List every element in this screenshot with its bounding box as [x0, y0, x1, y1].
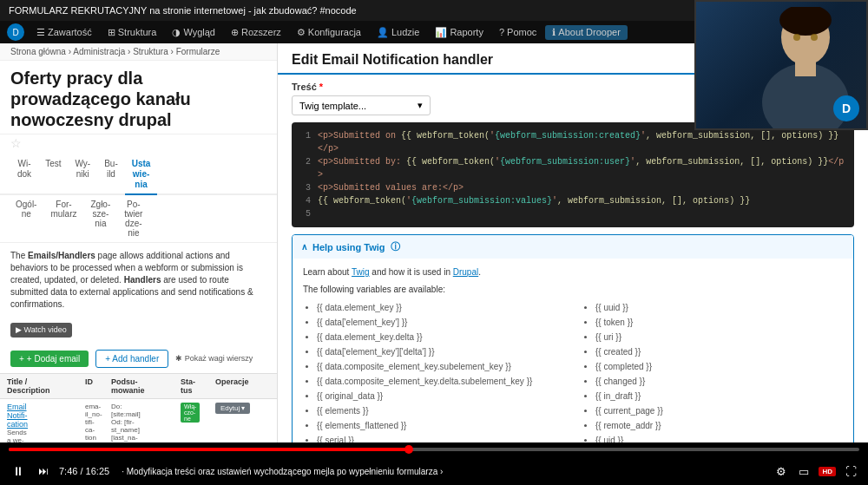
var-item: {{ data.composite_element_key.subelement…	[317, 360, 564, 374]
table-header: Title /Description ID Podsu-mowanie Sta-…	[0, 373, 277, 399]
code-line-2: 2 <p>Submitted by: {{ webform_token('{we…	[299, 155, 847, 181]
skip-forward-button[interactable]: ⏭	[35, 463, 52, 479]
action-buttons: + + Dodaj email + Add handler ✱ Pokaż wa…	[0, 344, 277, 373]
email-notification-link[interactable]: EmailNotifi-cation	[7, 403, 28, 429]
tab-widok[interactable]: Wi-dok	[10, 155, 38, 193]
col-id: ID	[85, 377, 111, 395]
subtab-formularz[interactable]: For-mularz	[45, 197, 82, 240]
add-email-button[interactable]: + + Dodaj email	[10, 351, 89, 367]
nav-item-konfiguracja[interactable]: ⚙ Konfiguracja	[290, 25, 368, 40]
progress-fill	[9, 448, 409, 451]
var-item: {{ data.element_key.delta }}	[317, 331, 564, 344]
chevron-down-icon: ▾	[418, 100, 423, 111]
nav-item-zawartość[interactable]: ☰ Zawartość	[30, 25, 99, 40]
theater-button[interactable]: ▭	[796, 463, 812, 480]
help-body: Learn about Twig and how it is used in D…	[293, 259, 853, 442]
help-circle-icon: ⓘ	[391, 240, 400, 253]
var-item: {{ changed }}	[595, 375, 843, 389]
tab-ustawienia[interactable]: Ustawie-nia	[125, 155, 158, 195]
template-dropdown[interactable]: Twig template... ▾	[292, 95, 431, 115]
help-header[interactable]: ∧ Help using Twig ⓘ	[293, 235, 853, 259]
chevron-icon: ∧	[301, 242, 307, 252]
variables-label: The following variables are available:	[303, 283, 843, 297]
svg-point-5	[811, 34, 818, 41]
help-icon: ?	[499, 27, 504, 37]
code-line-3: 3 <p>Submitted values are:</p>	[299, 181, 847, 194]
svg-rect-2	[795, 59, 816, 76]
people-icon: 👤	[377, 27, 389, 38]
var-item: {{ data.element_key }}	[317, 301, 564, 315]
tab-wyniki[interactable]: Wy-niki	[68, 155, 97, 193]
var-item: {{ created }}	[595, 345, 843, 359]
settings-button[interactable]: ⚙	[773, 463, 789, 480]
var-item: {{ token }}	[595, 316, 843, 330]
code-line-1: 1 <p>Submitted on {{ webform_token('{web…	[299, 129, 847, 155]
progress-dot	[404, 445, 413, 454]
nav-item-ludzie[interactable]: 👤 Ludzie	[370, 25, 426, 40]
nav-item-raporty[interactable]: 📊 Raporty	[428, 25, 490, 40]
var-item: {{ data['element_key']['delta'] }}	[317, 345, 564, 359]
help-section: ∧ Help using Twig ⓘ Learn about Twig and…	[292, 234, 854, 442]
nav-item-about[interactable]: ℹ About Drooper	[545, 25, 628, 40]
fullscreen-button[interactable]: ⛶	[843, 463, 859, 480]
var-item: {{ uid }}	[595, 434, 843, 442]
var-item: {{ in_draft }}	[595, 390, 843, 403]
col-ops: Operacje	[215, 377, 267, 395]
var-item: {{ data['element_key'] }}	[317, 316, 564, 330]
main-tabs: Wi-dok Test Wy-niki Bu-ild Ustawie-nia	[0, 155, 277, 195]
tab-build[interactable]: Bu-ild	[97, 155, 125, 193]
twig-link[interactable]: Twig	[352, 267, 370, 277]
right-controls: ⚙ ▭ HD ⛶	[773, 463, 859, 480]
reports-icon: 📊	[435, 27, 447, 38]
star-rating[interactable]: ☆	[0, 134, 277, 152]
table-row: EmailNotifi-cation Sendsa we-bformsub-mi…	[0, 399, 277, 442]
edit-button[interactable]: Edytuj ▾	[215, 403, 250, 414]
play-pause-button[interactable]: ⏸	[9, 462, 28, 480]
webcam-overlay: D	[694, 0, 868, 130]
watch-video-button[interactable]: ▶ Watch video	[10, 323, 72, 338]
video-container: FORMULARZ REKRUTACYJNY na stronie intern…	[0, 0, 868, 485]
status-badge: Włą-czo-ne	[181, 403, 200, 423]
var-item: {{ serial }}	[317, 434, 564, 442]
var-item: {{ data.composite_element_key.delta.sube…	[317, 375, 564, 389]
var-item: {{ elements }}	[317, 404, 564, 418]
config-icon: ⚙	[297, 27, 306, 38]
row-description: Sendsa we-bformsub-mis-sion	[7, 429, 85, 442]
var-item: {{ current_page }}	[595, 404, 843, 418]
progress-bar[interactable]	[9, 448, 859, 451]
plus-icon: +	[19, 354, 24, 364]
extend-icon: ⊕	[231, 27, 239, 38]
show-weights-link[interactable]: ✱ Pokaż wagi wierszy	[175, 354, 253, 363]
code-editor[interactable]: 1 <p>Submitted on {{ webform_token('{web…	[292, 122, 854, 227]
nav-item-pomoc[interactable]: ? Pomoc	[492, 25, 543, 39]
info-text: The Emails/Handlers page allows addition…	[0, 243, 277, 344]
var-item: {{ remote_addr }}	[595, 419, 843, 433]
drupal-watermark: D	[833, 95, 859, 121]
time-display: 7:46 / 16:25	[59, 466, 109, 476]
nav-item-wygląd[interactable]: ◑ Wygląd	[165, 25, 222, 40]
tab-test[interactable]: Test	[38, 155, 68, 193]
code-line-4: 4 {{ webform_token('{webform_submission:…	[299, 194, 847, 207]
col-title: Title /Description	[7, 377, 85, 395]
required-indicator: *	[319, 82, 323, 92]
var-item: {{ elements_flattened }}	[317, 419, 564, 433]
structure-icon: ⊞	[108, 27, 115, 38]
subtab-ogolne[interactable]: Ogól-ne	[10, 197, 42, 240]
help-title: Help using Twig	[312, 242, 385, 252]
drupal-logo[interactable]: D	[7, 23, 24, 41]
row-summary: Do:[site:mail]Od: [fir-st_name][last_na-…	[111, 403, 181, 442]
appearance-icon: ◑	[172, 27, 181, 38]
add-handler-button[interactable]: + Add handler	[95, 350, 168, 368]
subtab-zgłoszenia[interactable]: Zgło-sze-nia	[85, 197, 115, 240]
video-controls[interactable]: ⏸ ⏭ 7:46 / 16:25 · Modyfikacja treści or…	[0, 442, 868, 485]
content-icon: ☰	[36, 27, 45, 38]
breadcrumb: Strona główna › Administracja › Struktur…	[0, 43, 277, 61]
var-item: {{ uuid }}	[595, 301, 843, 315]
code-line-5: 5	[299, 207, 847, 220]
drupal-link[interactable]: Drupal	[453, 267, 478, 277]
nav-item-struktura[interactable]: ⊞ Struktura	[101, 25, 164, 40]
subtab-potwierdzenie[interactable]: Po-twierdze-nie	[119, 197, 148, 240]
col-status: Sta-tus	[181, 377, 215, 395]
nav-item-rozszerz[interactable]: ⊕ Rozszerz	[224, 25, 288, 40]
var-item: {{ uri }}	[595, 331, 843, 344]
